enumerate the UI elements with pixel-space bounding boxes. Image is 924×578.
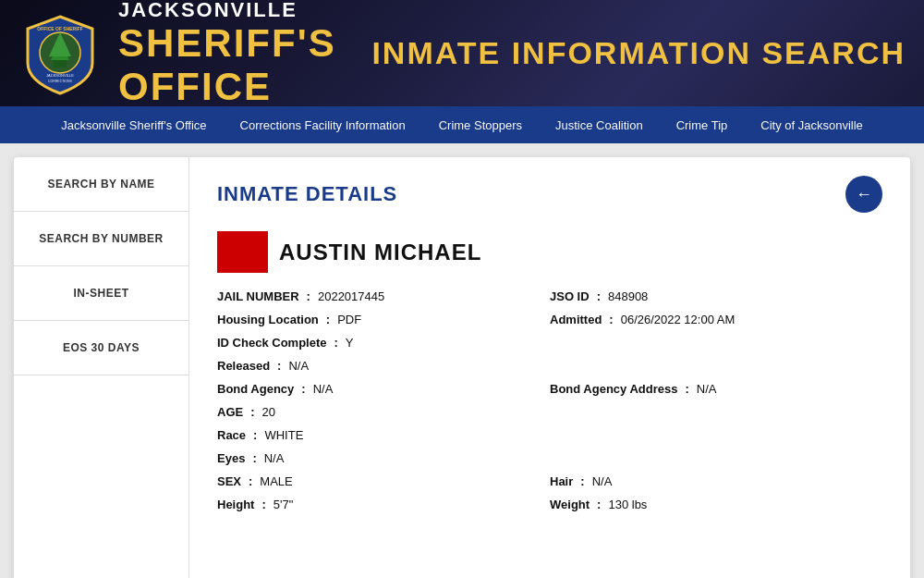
inmate-photo <box>217 231 268 273</box>
inmate-fields: JAIL NUMBER : 2022017445 JSO ID : 848908… <box>217 289 882 511</box>
field-id-check: ID Check Complete : Y <box>217 336 882 350</box>
content-header: INMATE DETAILS ← <box>217 176 882 213</box>
city-name: JACKSONVILLE <box>118 0 371 22</box>
field-eyes: Eyes : N/A <box>217 451 882 465</box>
id-check-value: Y <box>346 336 354 350</box>
field-weight: Weight : 130 lbs <box>550 498 882 511</box>
row-eyes: Eyes : N/A <box>217 451 882 465</box>
bond-agency-label: Bond Agency <box>217 382 294 396</box>
svg-text:OFFICE OF SHERIFF: OFFICE OF SHERIFF <box>37 26 82 31</box>
main-content: SEARCH BY NAME SEARCH BY NUMBER IN-SHEET… <box>14 157 910 578</box>
agency-name: JACKSONVILLE SHERIFF'S OFFICE <box>118 0 371 108</box>
row-bond: Bond Agency : N/A Bond Agency Address : … <box>217 382 882 396</box>
field-bond-agency: Bond Agency : N/A <box>217 382 550 396</box>
page-header: OFFICE OF SHERIFF JACKSONVILLE CORRECTIO… <box>0 0 924 106</box>
agency-logo: OFFICE OF SHERIFF JACKSONVILLE CORRECTIO… <box>18 12 102 95</box>
field-race: Race : WHITE <box>217 428 882 442</box>
bond-address-value: N/A <box>697 382 717 396</box>
nav-crime-stoppers[interactable]: Crime Stoppers <box>422 106 539 143</box>
field-jso-id: JSO ID : 848908 <box>550 289 882 303</box>
weight-label: Weight <box>550 498 590 511</box>
inmate-details-title: INMATE DETAILS <box>217 182 397 206</box>
svg-text:CORRECTIONS: CORRECTIONS <box>48 80 73 83</box>
field-housing-location: Housing Location : PDF <box>217 313 550 326</box>
eyes-value: N/A <box>264 451 285 465</box>
nav-jso[interactable]: Jacksonville Sheriff's Office <box>44 106 223 143</box>
field-sex: SEX : MALE <box>217 474 550 488</box>
bond-agency-value: N/A <box>313 382 334 396</box>
navigation-bar: Jacksonville Sheriff's Office Correction… <box>0 106 924 143</box>
housing-label: Housing Location <box>217 313 319 326</box>
height-value: 5'7" <box>274 498 294 511</box>
office-title: SHERIFF'S OFFICE <box>118 22 371 107</box>
race-label: Race <box>217 428 246 442</box>
field-height: Height : 5'7" <box>217 498 550 511</box>
back-button[interactable]: ← <box>845 176 882 213</box>
field-hair: Hair : N/A <box>550 474 882 488</box>
row-sex-hair: SEX : MALE Hair : N/A <box>217 474 882 488</box>
released-value: N/A <box>288 359 309 373</box>
field-bond-address: Bond Agency Address : N/A <box>550 382 882 396</box>
field-jail-number: JAIL NUMBER : 2022017445 <box>217 289 550 303</box>
eyes-label: Eyes <box>217 451 245 465</box>
row-height-weight: Height : 5'7" Weight : 130 lbs <box>217 498 882 511</box>
race-value: WHITE <box>264 428 303 442</box>
weight-value: 130 lbs <box>608 498 647 511</box>
jail-number-value: 2022017445 <box>318 289 384 303</box>
nav-city[interactable]: City of Jacksonville <box>744 106 880 143</box>
row-id-check: ID Check Complete : Y <box>217 336 882 350</box>
released-label: Released <box>217 359 270 373</box>
page-title: INMATE INFORMATION SEARCH <box>371 35 906 71</box>
nav-crime-tip[interactable]: Crime Tip <box>660 106 745 143</box>
nav-corrections[interactable]: Corrections Facility Information <box>224 106 422 143</box>
hair-value: N/A <box>592 474 613 488</box>
height-label: Height <box>217 498 254 511</box>
sidebar-item-in-sheet[interactable]: IN-SHEET <box>14 266 188 321</box>
jail-number-label: JAIL NUMBER <box>217 289 299 303</box>
age-value: 20 <box>262 405 275 419</box>
id-check-label: ID Check Complete <box>217 336 326 350</box>
svg-text:JACKSONVILLE: JACKSONVILLE <box>46 73 74 78</box>
sex-label: SEX <box>217 474 241 488</box>
field-admitted: Admitted : 06/26/2022 12:00 AM <box>550 313 882 326</box>
row-race: Race : WHITE <box>217 428 882 442</box>
sidebar-item-search-number[interactable]: SEARCH BY NUMBER <box>14 212 188 266</box>
bond-address-label: Bond Agency Address <box>550 382 677 396</box>
field-age: AGE : 20 <box>217 405 882 419</box>
sidebar: SEARCH BY NAME SEARCH BY NUMBER IN-SHEET… <box>14 157 189 578</box>
housing-value: PDF <box>337 313 361 326</box>
age-label: AGE <box>217 405 243 419</box>
jso-id-value: 848908 <box>608 289 648 303</box>
row-jail-jso: JAIL NUMBER : 2022017445 JSO ID : 848908 <box>217 289 882 303</box>
sex-value: MALE <box>260 474 292 488</box>
admitted-value: 06/26/2022 12:00 AM <box>621 313 736 326</box>
nav-justice-coalition[interactable]: Justice Coalition <box>539 106 660 143</box>
row-housing-admitted: Housing Location : PDF Admitted : 06/26/… <box>217 313 882 326</box>
inmate-details-panel: INMATE DETAILS ← AUSTIN MICHAEL JAIL NUM… <box>189 157 910 578</box>
field-released: Released : N/A <box>217 359 882 373</box>
inmate-name: AUSTIN MICHAEL <box>279 240 481 265</box>
jso-id-label: JSO ID <box>550 289 590 303</box>
inmate-name-row: AUSTIN MICHAEL <box>217 231 882 273</box>
sidebar-item-eos[interactable]: EOS 30 DAYS <box>14 321 188 375</box>
hair-label: Hair <box>550 474 573 488</box>
row-age: AGE : 20 <box>217 405 882 419</box>
sidebar-item-search-name[interactable]: SEARCH BY NAME <box>14 157 188 212</box>
admitted-label: Admitted <box>550 313 602 326</box>
row-released: Released : N/A <box>217 359 882 373</box>
